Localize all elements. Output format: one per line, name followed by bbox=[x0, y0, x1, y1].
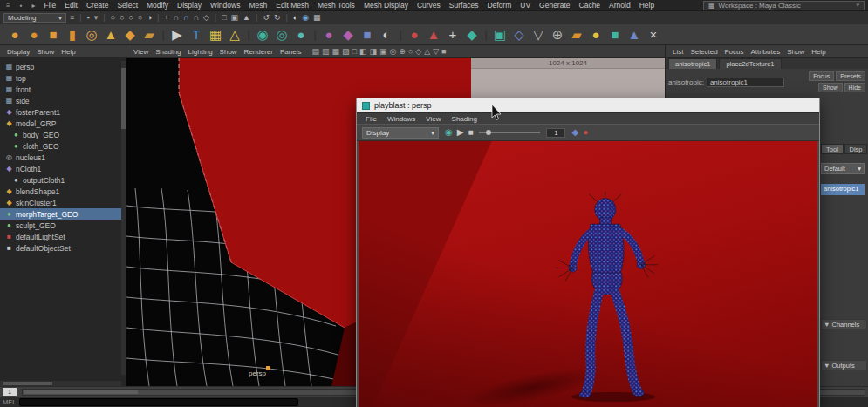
status-icon[interactable]: ◇ bbox=[203, 12, 209, 24]
panel-menu-item[interactable]: Panels bbox=[277, 48, 304, 56]
shelf-icon[interactable]: ◆ bbox=[120, 25, 140, 44]
shelf-icon[interactable]: ■ bbox=[605, 25, 625, 44]
shelf-icon[interactable]: | bbox=[482, 25, 490, 44]
shelf-icon[interactable]: | bbox=[311, 25, 319, 44]
shelf-icon[interactable]: ▲ bbox=[424, 25, 443, 44]
shelf-icon[interactable]: ▰ bbox=[140, 25, 159, 44]
panel-menu-item[interactable]: Show bbox=[33, 48, 58, 56]
shelf-icon[interactable]: ◐ bbox=[377, 25, 396, 44]
menu-item[interactable]: Mesh Display bbox=[359, 1, 413, 10]
menu-item[interactable]: Create bbox=[82, 1, 113, 10]
toolbar-icon[interactable]: ▶ bbox=[457, 125, 464, 140]
workspace-selector[interactable]: ▦ Workspace : Maya Classic ▾ bbox=[703, 1, 865, 10]
viewport-toolbar-icon[interactable]: ▧ bbox=[342, 47, 350, 56]
command-line-input[interactable] bbox=[19, 398, 298, 406]
attribute-editor-button[interactable]: Hide bbox=[844, 83, 865, 92]
status-icon[interactable]: ○ bbox=[129, 12, 133, 24]
start-frame-field[interactable]: 1 bbox=[3, 388, 17, 396]
shelf-icon[interactable]: ▽ bbox=[529, 25, 548, 44]
outliner-item[interactable]: ● body_GEO bbox=[0, 129, 126, 140]
selected-vertex[interactable] bbox=[266, 366, 270, 370]
shelf-icon[interactable]: ■ bbox=[44, 25, 63, 44]
outliner-item[interactable]: ◆ skinCluster1 bbox=[0, 197, 126, 208]
outliner-item[interactable]: ● sculpt_GEO bbox=[0, 220, 126, 231]
menu-item[interactable]: Generate bbox=[535, 1, 574, 10]
panel-menu-item[interactable]: Help bbox=[808, 48, 829, 56]
outliner-vertical-scrollbar[interactable] bbox=[121, 61, 126, 375]
status-icon[interactable]: ↺ bbox=[263, 12, 270, 24]
collapsible-section-header[interactable]: ▼ Outputs bbox=[821, 360, 867, 370]
outliner-item[interactable]: ■ defaultObjectSet bbox=[0, 242, 126, 254]
panel-menu-item[interactable]: List bbox=[669, 48, 687, 56]
toolbar-icon[interactable]: ◆ bbox=[571, 125, 578, 140]
shelf-icon[interactable]: ▰ bbox=[567, 25, 586, 44]
collapsible-section-header[interactable]: ▼ Channels bbox=[821, 319, 867, 329]
command-line-mode-label[interactable]: MEL bbox=[3, 398, 16, 406]
outliner-item[interactable]: ▦ persp bbox=[0, 61, 126, 72]
menu-item[interactable]: File bbox=[360, 115, 382, 123]
shelf-icon[interactable]: T bbox=[187, 25, 206, 44]
menu-item[interactable]: UV bbox=[516, 1, 535, 10]
viewport-toolbar-icon[interactable]: ▦ bbox=[331, 47, 339, 56]
panel-menu-item[interactable]: Focus bbox=[721, 48, 748, 56]
panel-menu-item[interactable]: Help bbox=[58, 48, 79, 56]
status-icon[interactable]: ○ bbox=[111, 12, 115, 24]
status-icon[interactable]: ▪ bbox=[87, 12, 90, 24]
shelf-icon[interactable]: + bbox=[443, 25, 462, 44]
status-icon[interactable]: ▣ bbox=[231, 12, 239, 24]
shelf-icon[interactable]: ◉ bbox=[253, 25, 272, 44]
menu-set-selector[interactable]: Modeling ▾ bbox=[3, 13, 66, 23]
viewport-toolbar-icon[interactable]: □ bbox=[352, 47, 357, 56]
menu-item[interactable]: Arnold bbox=[605, 1, 635, 10]
viewport-toolbar-icon[interactable]: ▤ bbox=[311, 47, 319, 56]
shelf-icon[interactable]: ● bbox=[586, 25, 605, 44]
viewport-toolbar-icon[interactable]: ⊕ bbox=[399, 47, 406, 56]
display-mode-dropdown[interactable]: Display ▾ bbox=[362, 127, 439, 139]
floating-window-titlebar[interactable]: playblast : persp bbox=[357, 98, 819, 112]
app-icon[interactable]: ▸ bbox=[30, 2, 38, 10]
shelf-icon[interactable]: | bbox=[396, 25, 405, 44]
side-selected-item[interactable]: anisotropic1 bbox=[821, 184, 865, 195]
shelf-icon[interactable]: × bbox=[644, 25, 663, 44]
viewport-toolbar-icon[interactable]: ◧ bbox=[359, 47, 367, 56]
app-icon[interactable]: ≡ bbox=[3, 2, 13, 10]
shelf-icon[interactable]: ◎ bbox=[272, 25, 291, 44]
scrollbar-thumb[interactable] bbox=[3, 382, 52, 385]
menu-item[interactable]: Modify bbox=[142, 1, 173, 10]
shelf-icon[interactable]: ◆ bbox=[338, 25, 358, 44]
shelf-icon[interactable]: ◇ bbox=[509, 25, 529, 44]
status-icon[interactable]: | bbox=[285, 12, 287, 24]
shelf-icon[interactable]: | bbox=[244, 25, 253, 44]
status-icon[interactable]: + bbox=[164, 12, 168, 24]
status-icon[interactable]: ∩ bbox=[183, 12, 188, 24]
toolbar-icon[interactable]: ◉ bbox=[445, 125, 453, 140]
status-icon[interactable]: | bbox=[103, 12, 105, 24]
attribute-tab[interactable]: place2dTexture1 bbox=[719, 58, 781, 69]
outliner-item[interactable]: ● outputCloth1 bbox=[0, 174, 126, 186]
menu-item[interactable]: Help bbox=[635, 1, 659, 10]
status-icon[interactable]: ◐ bbox=[293, 12, 297, 24]
panel-menu-item[interactable]: Show bbox=[783, 48, 808, 56]
side-mini-tab[interactable]: Disp bbox=[844, 144, 867, 154]
panel-menu-item[interactable]: Attributes bbox=[747, 48, 783, 56]
toolbar-icon[interactable]: ● bbox=[583, 125, 588, 140]
menu-item[interactable]: Windows bbox=[382, 115, 420, 123]
attribute-tab[interactable]: anisotropic1 bbox=[668, 58, 717, 69]
range-slider-bar[interactable] bbox=[24, 390, 138, 394]
shelf-icon[interactable]: ● bbox=[5, 25, 24, 44]
shelf-icon[interactable]: ▮ bbox=[63, 25, 82, 44]
status-icon[interactable]: | bbox=[157, 12, 159, 24]
menu-item[interactable]: Deform bbox=[482, 1, 516, 10]
viewport-toolbar-icon[interactable]: ▽ bbox=[433, 47, 439, 56]
menu-item[interactable]: Windows bbox=[206, 1, 244, 10]
outliner-item[interactable]: ◆ blendShape1 bbox=[0, 186, 126, 197]
outliner-item[interactable]: ◎ nucleus1 bbox=[0, 152, 126, 163]
shelf-icon[interactable]: ◆ bbox=[462, 25, 482, 44]
shelf-icon[interactable]: △ bbox=[225, 25, 244, 44]
attribute-editor-button[interactable]: Focus bbox=[809, 71, 834, 81]
shelf-icon[interactable]: ⊕ bbox=[548, 25, 567, 44]
menu-item[interactable]: Surfaces bbox=[445, 1, 483, 10]
viewport-toolbar-icon[interactable]: △ bbox=[424, 47, 430, 56]
shelf-icon[interactable]: ● bbox=[319, 25, 338, 44]
viewport-toolbar-icon[interactable]: ▣ bbox=[379, 47, 387, 56]
